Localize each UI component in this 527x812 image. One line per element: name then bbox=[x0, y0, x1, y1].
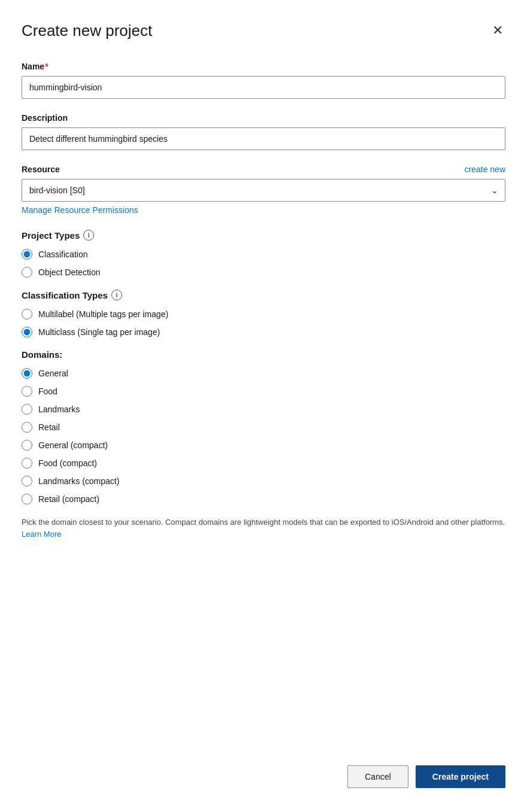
classification-types-info-icon: i bbox=[111, 290, 122, 300]
resource-field-group: Resource create new bird-vision [S0] ⌄ M… bbox=[22, 165, 505, 215]
domain-landmarks-label: Landmarks bbox=[38, 405, 80, 414]
domain-food-compact-label: Food (compact) bbox=[38, 458, 97, 468]
project-types-label: Project Types i bbox=[22, 230, 505, 241]
domain-general-compact-radio[interactable] bbox=[22, 440, 32, 451]
object-detection-option[interactable]: Object Detection bbox=[22, 267, 505, 278]
domain-food-compact-radio[interactable] bbox=[22, 458, 32, 469]
project-types-section: Project Types i Classification Object De… bbox=[22, 230, 505, 278]
domain-retail-radio[interactable] bbox=[22, 422, 32, 433]
object-detection-radio[interactable] bbox=[22, 267, 32, 278]
close-button[interactable]: ✕ bbox=[490, 22, 505, 39]
create-new-link[interactable]: create new bbox=[465, 165, 505, 174]
name-field-group: Name* bbox=[22, 62, 505, 99]
domain-food-compact-option[interactable]: Food (compact) bbox=[22, 458, 505, 469]
classification-label: Classification bbox=[38, 250, 87, 259]
multilabel-option[interactable]: Multilabel (Multiple tags per image) bbox=[22, 309, 505, 320]
create-project-dialog: Create new project ✕ Name* Description R… bbox=[0, 0, 527, 812]
domain-retail-option[interactable]: Retail bbox=[22, 422, 505, 433]
multilabel-radio[interactable] bbox=[22, 309, 32, 320]
learn-more-link[interactable]: Learn More bbox=[22, 530, 61, 539]
project-types-info-icon: i bbox=[83, 230, 94, 241]
domain-general-option[interactable]: General bbox=[22, 368, 505, 379]
manage-permissions-link[interactable]: Manage Resource Permissions bbox=[22, 205, 138, 215]
cancel-button[interactable]: Cancel bbox=[347, 765, 408, 788]
domain-food-option[interactable]: Food bbox=[22, 386, 505, 397]
domains-label: Domains: bbox=[22, 349, 505, 360]
domains-section: Domains: General Food Landmarks Retail G… bbox=[22, 349, 505, 540]
domain-retail-label: Retail bbox=[38, 422, 60, 432]
dialog-title: Create new project bbox=[22, 22, 152, 40]
domain-retail-compact-option[interactable]: Retail (compact) bbox=[22, 494, 505, 504]
domain-landmarks-compact-radio[interactable] bbox=[22, 476, 32, 486]
classification-radio[interactable] bbox=[22, 249, 32, 260]
classification-types-radio-group: Multilabel (Multiple tags per image) Mul… bbox=[22, 309, 505, 337]
description-label: Description bbox=[22, 113, 505, 123]
domain-general-compact-label: General (compact) bbox=[38, 440, 108, 450]
name-label: Name* bbox=[22, 62, 505, 71]
resource-select[interactable]: bird-vision [S0] bbox=[22, 179, 505, 202]
project-types-radio-group: Classification Object Detection bbox=[22, 249, 505, 278]
dialog-header: Create new project ✕ bbox=[22, 22, 505, 40]
multilabel-label: Multilabel (Multiple tags per image) bbox=[38, 309, 168, 319]
multiclass-option[interactable]: Multiclass (Single tag per image) bbox=[22, 327, 505, 337]
object-detection-label: Object Detection bbox=[38, 267, 101, 277]
name-input[interactable] bbox=[22, 76, 505, 99]
description-input[interactable] bbox=[22, 127, 505, 150]
resource-select-wrapper: bird-vision [S0] ⌄ bbox=[22, 179, 505, 202]
create-project-button[interactable]: Create project bbox=[416, 765, 505, 788]
domain-landmarks-option[interactable]: Landmarks bbox=[22, 404, 505, 415]
domain-helper-text: Pick the domain closest to your scenario… bbox=[22, 516, 505, 540]
domain-retail-compact-label: Retail (compact) bbox=[38, 494, 99, 504]
required-indicator: * bbox=[45, 62, 48, 71]
domain-general-label: General bbox=[38, 369, 68, 378]
multiclass-label: Multiclass (Single tag per image) bbox=[38, 327, 160, 337]
classification-types-section: Classification Types i Multilabel (Multi… bbox=[22, 290, 505, 337]
domain-general-compact-option[interactable]: General (compact) bbox=[22, 440, 505, 451]
domain-landmarks-compact-label: Landmarks (compact) bbox=[38, 476, 119, 486]
classification-types-label: Classification Types i bbox=[22, 290, 505, 300]
multiclass-radio[interactable] bbox=[22, 327, 32, 337]
classification-option[interactable]: Classification bbox=[22, 249, 505, 260]
domain-landmarks-compact-option[interactable]: Landmarks (compact) bbox=[22, 476, 505, 486]
dialog-footer: Cancel Create project bbox=[22, 741, 505, 788]
domain-food-radio[interactable] bbox=[22, 386, 32, 397]
domain-landmarks-radio[interactable] bbox=[22, 404, 32, 415]
description-field-group: Description bbox=[22, 113, 505, 150]
resource-label: Resource bbox=[22, 165, 60, 174]
domain-food-label: Food bbox=[38, 387, 57, 396]
resource-row: Resource create new bbox=[22, 165, 505, 174]
domain-general-radio[interactable] bbox=[22, 368, 32, 379]
domain-retail-compact-radio[interactable] bbox=[22, 494, 32, 504]
domains-radio-group: General Food Landmarks Retail General (c… bbox=[22, 368, 505, 504]
